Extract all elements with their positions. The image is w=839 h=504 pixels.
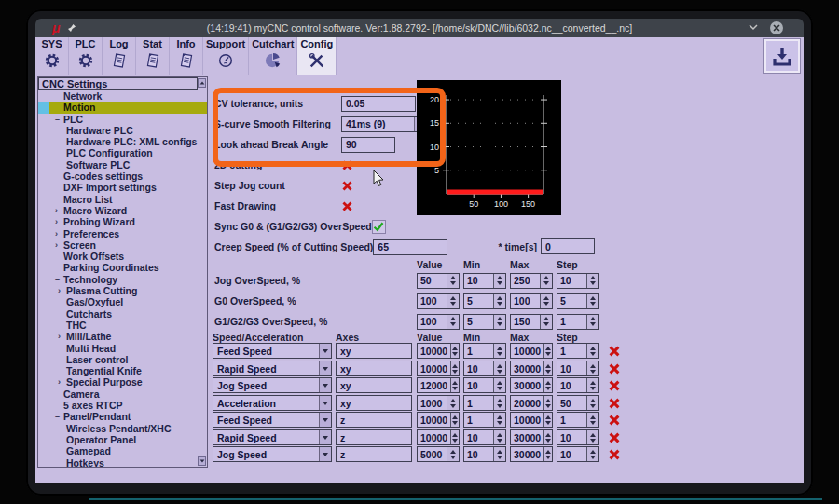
sidebar-item-work-offsets[interactable]: Work Offsets	[38, 251, 207, 262]
spin-down-icon[interactable]	[590, 370, 596, 374]
spinbox-value[interactable]: 10	[464, 361, 493, 375]
spinbox-arrows[interactable]	[493, 430, 505, 444]
spin-down-icon[interactable]	[590, 439, 596, 443]
axes-input[interactable]: xy	[336, 343, 412, 359]
spin-down-icon[interactable]	[545, 352, 551, 356]
spin-down-icon[interactable]	[545, 456, 551, 459]
spinbox-value[interactable]: 12000	[418, 378, 450, 392]
sidebar-item-plc[interactable]: –PLC	[38, 114, 207, 125]
spin-down-icon[interactable]	[590, 404, 596, 408]
tab-cutchart[interactable]: Cutchart	[249, 37, 297, 75]
axes-input[interactable]: xy	[336, 395, 412, 411]
spinbox-value[interactable]: 5	[557, 294, 586, 308]
spin-up-icon[interactable]	[450, 317, 456, 320]
spinbox-value[interactable]: 10000	[418, 430, 450, 444]
spinbox-value[interactable]: 150	[511, 315, 540, 329]
spin-up-icon[interactable]	[590, 276, 596, 279]
tab-sys[interactable]: SYS	[35, 37, 69, 75]
speed-type-select[interactable]: Rapid Speed	[213, 429, 332, 445]
sidebar-item-hotkeys[interactable]: Hotkeys	[38, 457, 207, 469]
sidebar-item-macro-wizard[interactable]: ›Macro Wizard	[38, 205, 207, 216]
min-spinbox[interactable]: 10	[463, 361, 506, 376]
chevron-down-icon[interactable]	[319, 378, 331, 392]
s-curve-smooth-filtering-select[interactable]: 41ms (9)	[341, 116, 427, 132]
spinbox-arrows[interactable]	[493, 378, 505, 392]
sidebar-item-network[interactable]: Network	[38, 90, 207, 102]
spinbox-value[interactable]: 30000	[511, 430, 543, 444]
spinbox-value[interactable]: 100	[418, 294, 447, 308]
spin-up-icon[interactable]	[545, 381, 551, 385]
min-spinbox[interactable]: 1	[463, 343, 506, 359]
spinbox-value[interactable]: 10	[557, 430, 586, 444]
spinbox-value[interactable]: 10	[557, 274, 586, 288]
spinbox-arrows[interactable]	[586, 315, 598, 329]
spinbox-value[interactable]: 30000	[511, 378, 543, 392]
sidebar-item-gamepad[interactable]: Gamepad	[38, 445, 207, 456]
spin-down-icon[interactable]	[545, 404, 551, 408]
spin-down-icon[interactable]	[450, 456, 456, 459]
chevron-down-icon[interactable]	[319, 361, 331, 375]
delete-row-button[interactable]	[608, 397, 621, 410]
spinbox-value[interactable]: 1	[464, 413, 493, 427]
spinbox-value[interactable]: 100	[418, 315, 447, 329]
sidebar-item-special-purpose[interactable]: ›Special Purpose	[38, 376, 207, 388]
min-spinbox[interactable]: 1	[463, 412, 506, 428]
spinbox-value[interactable]: 10	[464, 447, 493, 461]
spinbox-value[interactable]: 5	[464, 315, 493, 329]
speed-type-select[interactable]: Acceleration	[213, 395, 332, 411]
delete-row-button[interactable]	[608, 414, 621, 427]
spin-up-icon[interactable]	[590, 450, 596, 454]
spin-up-icon[interactable]	[590, 317, 596, 320]
spin-up-icon[interactable]	[497, 433, 502, 437]
spinbox-arrows[interactable]	[450, 413, 459, 427]
titlebar[interactable]: μ (14:19:41) myCNC control software. Ver…	[35, 19, 804, 37]
spinbox-arrows[interactable]	[493, 396, 505, 410]
sidebar-item-mill-lathe[interactable]: ›Mill/Lathe	[38, 331, 207, 342]
spinbox-value[interactable]: 10	[464, 430, 493, 444]
value-spinbox[interactable]: 10000	[417, 343, 460, 359]
spinbox-value[interactable]: 10000	[511, 344, 543, 358]
spinbox-value[interactable]: 20000	[511, 396, 543, 410]
spin-down-icon[interactable]	[590, 421, 596, 425]
spin-up-icon[interactable]	[590, 296, 596, 300]
spinbox-arrows[interactable]	[543, 447, 552, 461]
spin-up-icon[interactable]	[545, 415, 551, 419]
tree-header[interactable]: CNC Settings	[38, 77, 198, 90]
axes-input[interactable]: xy	[336, 361, 412, 376]
spinbox-value[interactable]: 1	[464, 344, 493, 358]
max-spinbox[interactable]: 30000	[510, 377, 553, 393]
spinbox-arrows[interactable]	[493, 361, 505, 375]
spinbox-value[interactable]: 100	[511, 294, 540, 308]
chevron-down-icon[interactable]	[748, 22, 759, 32]
chevron-down-icon[interactable]	[319, 396, 331, 410]
step-spinbox[interactable]: 1	[557, 343, 599, 359]
spinbox-arrows[interactable]	[493, 294, 505, 308]
tree-scroll-up-button[interactable]	[198, 78, 206, 88]
spin-down-icon[interactable]	[450, 404, 456, 408]
spinbox-arrows[interactable]	[543, 413, 552, 427]
spin-up-icon[interactable]	[450, 296, 456, 300]
sidebar-item-software-plc[interactable]: Software PLC	[38, 159, 207, 170]
expand-icon[interactable]: ›	[58, 331, 61, 342]
collapse-icon[interactable]: –	[55, 274, 60, 285]
max-spinbox[interactable]: 30000	[510, 361, 553, 376]
sidebar-item-plc-configuration[interactable]: PLC Configuration	[38, 147, 207, 158]
delete-row-button[interactable]	[608, 448, 621, 461]
spin-up-icon[interactable]	[497, 347, 502, 350]
step-spinbox[interactable]: 1	[557, 314, 599, 330]
spin-up-icon[interactable]	[450, 450, 456, 454]
value-spinbox[interactable]: 50	[417, 273, 460, 289]
spin-down-icon[interactable]	[497, 404, 502, 408]
max-spinbox[interactable]: 20000	[510, 395, 553, 411]
spin-up-icon[interactable]	[590, 399, 596, 402]
spinbox-arrows[interactable]	[493, 413, 505, 427]
max-spinbox[interactable]: 250	[510, 273, 553, 289]
spin-down-icon[interactable]	[590, 322, 596, 326]
spin-up-icon[interactable]	[497, 364, 502, 368]
spinbox-value[interactable]: 10	[557, 361, 586, 375]
spinbox-arrows[interactable]	[543, 344, 552, 358]
tree-scroll-down-button[interactable]	[198, 456, 206, 466]
speed-type-select[interactable]: Rapid Speed	[213, 361, 332, 376]
sidebar-item-plasma-cutting[interactable]: ›Plasma Cutting	[38, 285, 207, 296]
spin-down-icon[interactable]	[497, 352, 502, 356]
